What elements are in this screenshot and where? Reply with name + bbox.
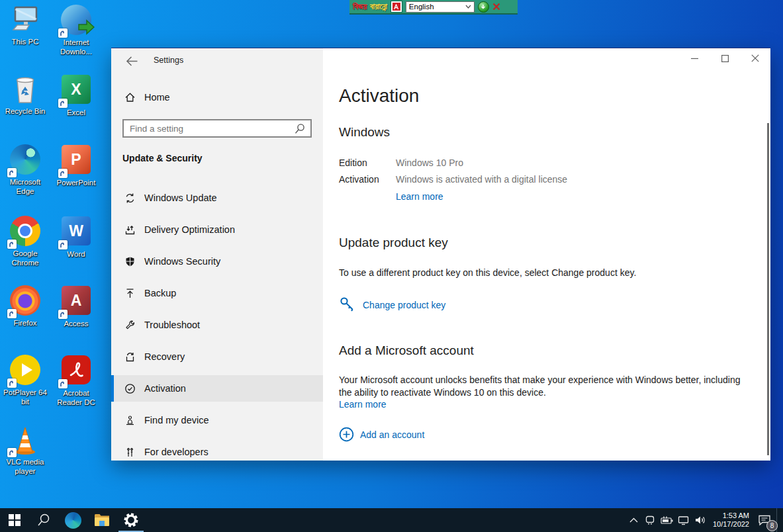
sidebar-item-label: Home — [144, 92, 170, 103]
home-icon — [124, 92, 136, 103]
desktop-icon-label: PowerPoint — [51, 179, 101, 188]
start-button[interactable] — [0, 508, 29, 532]
sidebar-item-windows-security[interactable]: Windows Security — [111, 248, 323, 275]
system-tray: 1:53 AM 10/17/2022 8 — [625, 508, 783, 532]
desktop-icon-label: Google Chrome — [0, 249, 50, 267]
shortcut-arrow-icon — [58, 240, 68, 249]
desktop-icon-idm[interactable]: Internet Downlo... — [51, 4, 101, 56]
tray-tablet-mode-icon[interactable] — [642, 508, 659, 532]
tray-network-icon[interactable] — [675, 508, 692, 532]
activation-icon — [124, 383, 136, 394]
desktop-icon-vlc[interactable]: VLC media player — [0, 424, 50, 476]
tray-battery-icon[interactable] — [659, 508, 675, 532]
minimize-button[interactable] — [679, 48, 710, 68]
hidden-icons-chevron[interactable] — [625, 508, 642, 532]
taskbar: 1:53 AM 10/17/2022 8 — [0, 508, 783, 532]
sidebar-item-activation[interactable]: Activation — [111, 375, 323, 402]
sidebar-item-windows-update[interactable]: Windows Update — [111, 185, 323, 211]
desktop-icon-acrobat[interactable]: Acrobat Reader DC — [51, 354, 101, 407]
change-product-key-button[interactable]: Change product key — [339, 296, 445, 314]
maximize-button[interactable] — [710, 48, 740, 68]
delivery-optimization-icon — [124, 224, 136, 236]
scrollbar[interactable] — [767, 123, 769, 455]
desktop-icon-label: This PC — [0, 38, 50, 47]
page-title: Activation — [339, 85, 419, 107]
powerpoint-icon: P — [60, 145, 92, 177]
sidebar-item-recovery[interactable]: Recovery — [111, 343, 323, 370]
maximize-icon — [721, 55, 729, 62]
sidebar-item-label: Recovery — [144, 351, 185, 362]
keyboard-layout-icon[interactable] — [391, 1, 402, 13]
desktop-icon-label: VLC media player — [0, 458, 50, 476]
firefox-icon — [9, 285, 41, 317]
plus-circle-icon — [339, 427, 354, 442]
language-bar: বিজয় বায়ান্নো English — [349, 0, 518, 15]
search-icon — [36, 513, 51, 527]
for-developers-icon — [124, 447, 136, 458]
clock[interactable]: 1:53 AM 10/17/2022 — [713, 511, 749, 529]
language-bar-close-button[interactable] — [492, 3, 500, 11]
desktop-icon-edge[interactable]: Microsoft Edge — [0, 144, 50, 196]
desktop-icon-powerpoint[interactable]: P PowerPoint — [51, 144, 101, 188]
shortcut-arrow-icon — [7, 168, 17, 177]
recycle-bin-icon — [9, 73, 41, 105]
find-my-device-icon — [124, 415, 136, 426]
close-icon — [492, 3, 500, 11]
taskbar-search-button[interactable] — [29, 508, 58, 532]
shortcut-arrow-icon — [58, 379, 68, 388]
language-select[interactable]: English — [406, 1, 475, 13]
clock-time: 1:53 AM — [713, 511, 749, 520]
add-account-body: Your Microsoft account unlocks benefits … — [339, 374, 751, 399]
sidebar-section-title: Update & Security — [122, 153, 203, 163]
desktop-icon-firefox[interactable]: Firefox — [0, 285, 50, 328]
product-key-heading: Update product key — [339, 236, 448, 250]
windows-section-heading: Windows — [339, 125, 390, 140]
desktop-icon-label: Firefox — [0, 319, 50, 328]
action-center-button[interactable]: 8 — [754, 508, 775, 532]
desktop-icon-word[interactable]: W Word — [51, 215, 101, 259]
sidebar-item-backup[interactable]: Backup — [111, 280, 323, 306]
sidebar-item-troubleshoot[interactable]: Troubleshoot — [111, 312, 323, 338]
taskbar-file-explorer-button[interactable] — [87, 508, 116, 532]
settings-window: Settings Home Update & Security Windows … — [111, 48, 770, 461]
shortcut-arrow-icon — [7, 309, 17, 318]
taskbar-edge-button[interactable] — [58, 508, 87, 532]
potplayer-icon — [9, 355, 41, 386]
learn-more-link-account[interactable]: Learn more — [339, 399, 387, 410]
sidebar-item-delivery-optimization[interactable]: Delivery Optimization — [111, 216, 323, 243]
learn-more-link-windows[interactable]: Learn more — [396, 191, 443, 202]
windows-update-icon — [124, 193, 136, 204]
taskbar-settings-button[interactable] — [116, 508, 146, 532]
shortcut-arrow-icon — [58, 310, 68, 319]
search-icon[interactable] — [294, 123, 306, 135]
sidebar-item-label: Windows Security — [144, 256, 220, 267]
settings-main-pane: Activation Windows Edition Windows 10 Pr… — [323, 48, 770, 461]
windows-desktop: { "language_bar": { "logo_text": "বিজয়"… — [0, 0, 783, 532]
activation-value: Windows is activated with a digital lice… — [396, 173, 567, 187]
sidebar-item-for-developers[interactable]: For developers — [111, 439, 323, 461]
back-button[interactable] — [120, 52, 143, 69]
shortcut-arrow-icon — [7, 448, 17, 457]
language-bar-minimize-button[interactable] — [478, 1, 489, 13]
vlc-icon — [9, 424, 41, 456]
close-button[interactable] — [740, 48, 770, 68]
arrow-down-icon — [481, 4, 486, 9]
desktop-icon-chrome[interactable]: Google Chrome — [0, 215, 50, 267]
recovery-icon — [124, 351, 136, 363]
add-account-button[interactable]: Add an account — [339, 427, 424, 442]
search-input[interactable] — [124, 120, 310, 136]
desktop-icon-potplayer[interactable]: PotPlayer 64 bit — [0, 354, 50, 406]
settings-search-box — [122, 119, 312, 138]
file-explorer-icon — [93, 511, 111, 529]
sidebar-item-label: For developers — [144, 447, 208, 457]
sidebar-item-home[interactable]: Home — [111, 84, 323, 111]
edition-row: Edition Windows 10 Pro — [339, 156, 463, 170]
desktop-icon-this-pc[interactable]: This PC — [0, 4, 50, 47]
tray-volume-icon[interactable] — [692, 508, 708, 532]
idm-icon — [60, 5, 92, 36]
desktop-icon-access[interactable]: A Access — [51, 285, 101, 329]
desktop-icon-recycle-bin[interactable]: Recycle Bin — [0, 73, 50, 116]
desktop-icon-excel[interactable]: X Excel — [51, 73, 101, 118]
sidebar-item-find-my-device[interactable]: Find my device — [111, 407, 323, 433]
back-arrow-icon — [126, 56, 138, 67]
